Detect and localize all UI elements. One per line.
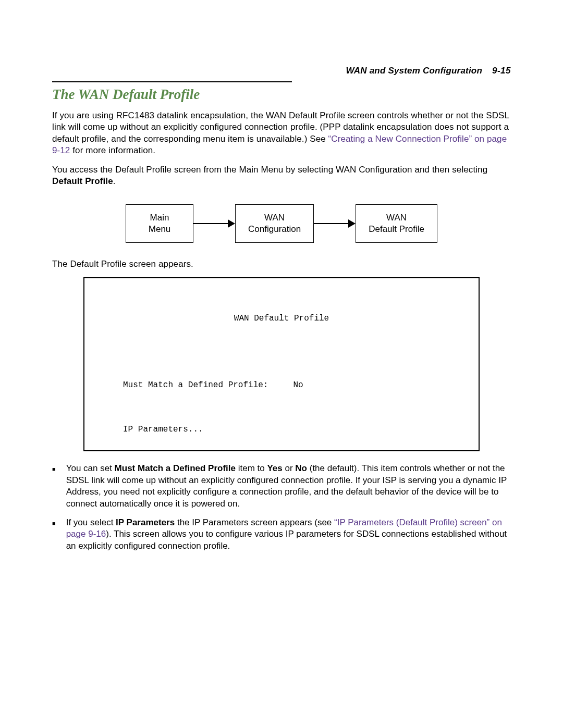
text: ). This screen allows you to configure v… xyxy=(66,529,507,550)
paragraph-2: You access the Default Profile screen fr… xyxy=(52,164,511,188)
page-number: 9-15 xyxy=(492,66,511,76)
text: You access the Default Profile screen fr… xyxy=(52,165,487,175)
terminal-screenshot: WAN Default Profile Must Match a Defined… xyxy=(83,277,480,451)
text: Configuration xyxy=(248,224,301,235)
list-item: You can set Must Match a Defined Profile… xyxy=(52,463,511,510)
flow-box-main-menu: Main Menu xyxy=(126,204,193,243)
terminal-line: IP Parameters... xyxy=(123,424,472,436)
section-title: The WAN Default Profile xyxy=(52,87,511,103)
chapter-title: WAN and System Configuration xyxy=(346,66,482,76)
text: for more information. xyxy=(70,145,155,155)
paragraph-3: The Default Profile screen appears. xyxy=(52,258,511,270)
text: . xyxy=(113,176,116,186)
terminal-title: WAN Default Profile xyxy=(91,313,472,325)
text: or xyxy=(283,463,296,473)
nav-flowchart: Main Menu WAN Configuration WAN Default … xyxy=(52,204,511,243)
bold-text: Default Profile xyxy=(52,176,113,186)
field-value: No xyxy=(293,380,303,390)
text: Menu xyxy=(139,224,180,235)
text: the IP Parameters screen appears (see xyxy=(175,517,334,527)
bold-text: IP Parameters xyxy=(116,517,175,527)
list-item: If you select IP Parameters the IP Param… xyxy=(52,517,511,552)
header-rule xyxy=(52,81,292,82)
bold-text: Must Match a Defined Profile xyxy=(115,463,236,473)
running-header: WAN and System Configuration 9-15 xyxy=(52,66,511,76)
bold-text: Yes xyxy=(267,463,282,473)
paragraph-1: If you are using RFC1483 datalink encaps… xyxy=(52,110,511,157)
terminal-line: Must Match a Defined Profile: No xyxy=(123,380,472,391)
field-label: Must Match a Defined Profile: xyxy=(123,380,268,390)
text: WAN xyxy=(369,212,424,224)
arrow-icon xyxy=(314,223,356,224)
bullet-list: You can set Must Match a Defined Profile… xyxy=(52,463,511,552)
page: WAN and System Configuration 9-15 The WA… xyxy=(0,0,563,728)
flow-box-wan-config: WAN Configuration xyxy=(235,204,314,243)
text: If you select xyxy=(66,517,116,527)
flow-box-wan-default-profile: WAN Default Profile xyxy=(356,204,437,243)
text: Main xyxy=(139,212,180,224)
text: Default Profile xyxy=(369,224,424,235)
text: item to xyxy=(236,463,267,473)
arrow-icon xyxy=(193,223,235,224)
text: You can set xyxy=(66,463,115,473)
text: WAN xyxy=(248,212,301,224)
bold-text: No xyxy=(295,463,307,473)
